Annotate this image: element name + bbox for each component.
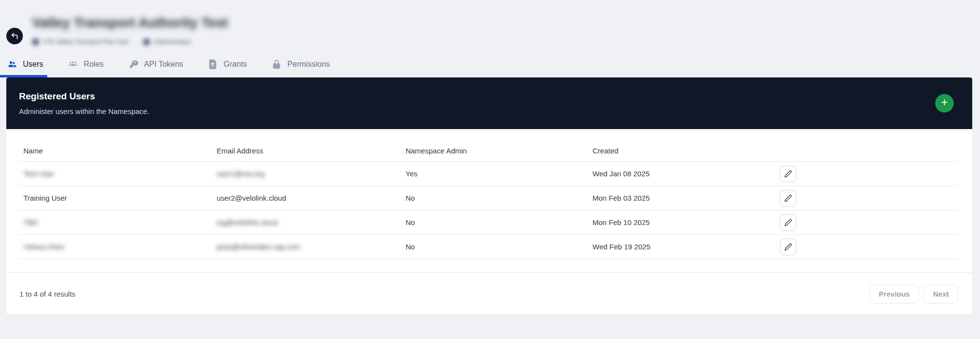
namespace-admin-cell: Yes [401,162,588,186]
tab-api-tokens[interactable]: API Tokens [128,51,185,77]
users-table: Name Email Address Namespace Admin Creat… [18,141,958,259]
created-cell: Mon Feb 03 2025 [588,186,775,210]
column-header-namespace-admin: Namespace Admin [401,141,588,162]
column-header-created: Created [588,141,775,162]
key-icon [129,59,138,69]
tab-label: Grants [223,60,247,69]
grant-document-icon [208,59,218,69]
edit-user-button[interactable] [780,166,796,182]
namespace-admin-cell: No [401,235,588,259]
page-title: Valley Transport Authority Test [32,16,228,31]
edit-user-button[interactable] [780,214,796,231]
table-row: TBD tcg@velolink.cloud No Mon Feb 10 202… [18,210,958,235]
registered-users-card: Registered Users Administer users within… [6,77,972,315]
column-header-actions [775,141,958,162]
corner-up-left-icon [11,32,18,40]
created-cell: Mon Feb 10 2025 [588,210,775,235]
actions-cell [775,162,958,186]
edit-user-button[interactable] [780,239,796,255]
user-email-cell: user2@velolink.cloud [212,186,401,210]
roles-icon [68,59,78,69]
badge-icon [32,38,39,45]
table-row: Training User user2@velolink.cloud No Mo… [18,186,958,210]
namespace-admin-cell: No [401,210,588,235]
badge-icon [143,38,150,45]
meta-label: Administrator [154,38,191,45]
table-header-row: Name Email Address Namespace Admin Creat… [18,141,958,162]
tab-label: Users [23,60,43,69]
pagination: Previous Next [869,284,958,303]
actions-cell [775,210,958,235]
panel-subtitle: Administer users within the Namespace. [19,107,149,115]
namespace-admin-cell: No [401,186,588,210]
tab-permissions[interactable]: Permissions [271,51,331,77]
edit-user-button[interactable] [780,190,796,207]
meta-item: Administrator [143,38,191,45]
card-body: Name Email Address Namespace Admin Creat… [6,129,972,272]
panel-title: Registered Users [19,91,149,102]
title-block: Valley Transport Authority Test VTA Vall… [32,15,228,45]
tab-label: API Tokens [144,60,184,69]
tab-label: Permissions [287,60,330,69]
actions-cell [775,186,958,210]
lock-icon [272,59,281,69]
next-button[interactable]: Next [924,284,958,303]
created-cell: Wed Jan 08 2025 [588,162,775,186]
user-name-cell: Test User [18,162,212,186]
card-footer: 1 to 4 of 4 results Previous Next [6,272,972,315]
add-user-button[interactable]: + [935,94,954,113]
tab-label: Roles [84,60,104,69]
results-count: 1 to 4 of 4 results [19,290,75,298]
plus-icon: + [941,97,947,108]
tab-bar: Users Roles API Tokens Grants Permission… [0,51,980,77]
meta-item: VTA Valley Transport Flex Hub [32,38,129,45]
user-email-cell: user1@via.org [212,162,401,186]
back-button[interactable] [6,28,23,44]
users-icon [7,59,17,69]
table-row: Test User user1@via.org Yes Wed Jan 08 2… [18,162,958,186]
pencil-icon [784,243,792,251]
user-email-cell: tcg@velolink.cloud [212,210,401,235]
pencil-icon [784,219,792,226]
namespace-meta: VTA Valley Transport Flex Hub Administra… [32,38,228,45]
card-header: Registered Users Administer users within… [6,77,972,129]
actions-cell [775,235,958,259]
user-name-cell: Training User [18,186,212,210]
namespace-admin-page: Valley Transport Authority Test VTA Vall… [0,0,980,339]
user-email-cell: priya@silverlake-cap.com [212,235,401,259]
created-cell: Wed Feb 19 2025 [588,235,775,259]
tab-grants[interactable]: Grants [207,51,248,77]
user-name-cell: TBD [18,210,212,235]
tab-roles[interactable]: Roles [67,51,105,77]
previous-button[interactable]: Previous [869,284,919,303]
column-header-email: Email Address [212,141,401,162]
pencil-icon [784,170,792,178]
tab-users[interactable]: Users [6,51,44,77]
user-name-cell: Yohwa Chen [18,235,212,259]
meta-label: VTA Valley Transport Flex Hub [43,38,129,45]
page-header: Valley Transport Authority Test VTA Vall… [0,0,980,45]
pencil-icon [784,194,792,202]
table-row: Yohwa Chen priya@silverlake-cap.com No W… [18,235,958,259]
column-header-name: Name [18,141,212,162]
